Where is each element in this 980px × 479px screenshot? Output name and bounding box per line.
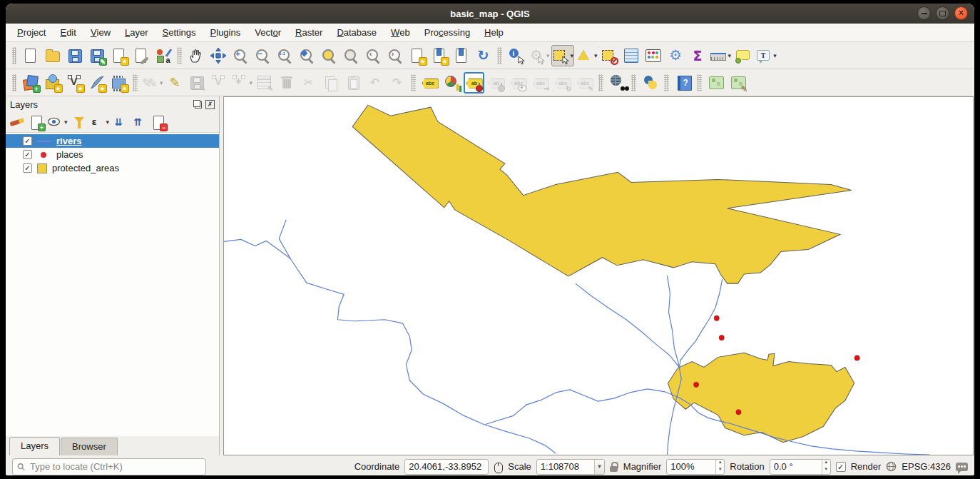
select-by-expression-button[interactable]: ▾	[576, 45, 598, 66]
new-spatialite-layer-button[interactable]: ★	[86, 72, 107, 94]
green-map-plugin-button[interactable]	[705, 72, 726, 94]
menu-settings[interactable]: Settings	[155, 24, 203, 41]
tab-layers[interactable]: Layers	[9, 437, 60, 455]
maximize-button[interactable]	[936, 6, 949, 20]
zoom-next-button[interactable]: ›	[384, 45, 405, 66]
dropdown-arrow-icon[interactable]: ▾	[773, 52, 777, 59]
layer-item-rivers[interactable]: ✓rivers	[6, 134, 219, 148]
rotation-input[interactable]	[770, 461, 822, 472]
layer-diagram-options-button[interactable]	[441, 72, 462, 94]
scale-dropdown-icon[interactable]: ▼	[594, 460, 604, 474]
cut-features-button[interactable]: ✂	[298, 72, 319, 94]
magnifier-spin-buttons[interactable]: ▲▼	[715, 460, 724, 474]
vertex-tool-button[interactable]: ⌖▾	[231, 72, 253, 94]
open-project-button[interactable]	[42, 45, 63, 66]
rotation-spin-buttons[interactable]: ▲▼	[822, 460, 830, 474]
menu-database[interactable]: Database	[330, 24, 384, 41]
save-project-button[interactable]	[64, 45, 85, 66]
minimize-button[interactable]	[917, 6, 931, 20]
layer-checkbox-protected_areas[interactable]: ✓	[23, 163, 32, 173]
deselect-features-button[interactable]	[599, 45, 620, 66]
dropdown-arrow-icon[interactable]: ▾	[106, 119, 110, 126]
undo-button[interactable]: ↶	[364, 72, 385, 94]
locate-search[interactable]	[12, 458, 206, 475]
magnifier-input[interactable]	[667, 461, 715, 472]
identify-features-button[interactable]: i	[506, 45, 526, 66]
lock-scale-icon[interactable]	[610, 462, 618, 472]
python-console-button[interactable]	[640, 72, 660, 94]
select-features-button[interactable]: ▾	[551, 45, 575, 66]
map-tips-button[interactable]	[733, 45, 753, 66]
filter-legend-button[interactable]	[70, 114, 87, 131]
metasearch-catalog-button[interactable]	[607, 72, 628, 94]
rotate-label-button[interactable]: abc↻	[552, 72, 573, 94]
filter-by-expression-button[interactable]: ε▾	[89, 114, 110, 131]
statistical-summary-button[interactable]: Σ	[688, 45, 708, 66]
show-spatial-bookmarks-button[interactable]: ★	[429, 45, 449, 66]
new-geopackage-layer-button[interactable]: ★	[42, 72, 63, 94]
add-feature-button[interactable]: V	[209, 72, 230, 94]
dropdown-arrow-icon[interactable]: ▾	[64, 119, 68, 126]
show-layout-manager-button[interactable]	[131, 45, 151, 66]
rotation-spinbox[interactable]: ▲▼	[770, 459, 831, 475]
pan-to-selection-button[interactable]	[208, 45, 228, 66]
crs-status[interactable]: EPSG:4326	[902, 461, 951, 472]
show-bookmark-manager-button[interactable]	[451, 45, 471, 66]
pin-unpin-labels-button[interactable]: ab	[464, 72, 484, 94]
change-label-button[interactable]: abc✎	[574, 72, 595, 94]
menu-raster[interactable]: Raster	[288, 24, 330, 41]
title-bar[interactable]: basic_map - QGIS ×	[6, 4, 974, 24]
new-project-button[interactable]	[20, 45, 41, 66]
modify-attributes-button[interactable]: ✎	[254, 72, 275, 94]
scale-input[interactable]	[537, 461, 594, 472]
delete-selected-button[interactable]	[276, 72, 297, 94]
show-hide-labels-button[interactable]: abc	[508, 72, 529, 94]
mouse-position-toggle-icon[interactable]	[494, 461, 503, 473]
dropdown-arrow-icon[interactable]: ▾	[250, 79, 253, 86]
field-calculator-button[interactable]	[643, 45, 664, 66]
menu-plugins[interactable]: Plugins	[203, 24, 248, 41]
new-print-layout-button[interactable]: ★	[108, 45, 129, 66]
open-data-source-manager-button[interactable]: +	[20, 72, 41, 94]
coordinate-input[interactable]	[405, 461, 488, 472]
layer-labeling-options-button[interactable]: abc	[419, 72, 440, 94]
new-spatial-bookmark-button[interactable]: ★	[407, 45, 427, 66]
manage-map-themes-button[interactable]: ▾	[47, 114, 68, 131]
menu-view[interactable]: View	[83, 24, 118, 41]
highlight-pinned-labels-button[interactable]: ab	[486, 72, 506, 94]
open-attribute-table-button[interactable]	[621, 45, 642, 66]
expand-all-button[interactable]: ⇊	[111, 114, 128, 131]
dropdown-arrow-icon[interactable]: ▾	[546, 52, 550, 59]
open-layer-styling-button[interactable]	[9, 114, 26, 131]
zoom-full-button[interactable]	[296, 45, 317, 66]
zoom-to-selection-button[interactable]	[318, 45, 339, 66]
map-sketch-plugin-button[interactable]: ✎	[728, 72, 748, 94]
collapse-all-button[interactable]: ⇈	[131, 114, 148, 131]
add-group-button[interactable]: +	[28, 114, 45, 131]
close-button[interactable]: ×	[954, 6, 968, 20]
dropdown-arrow-icon[interactable]: ▾	[728, 52, 732, 59]
menu-vector[interactable]: Vector	[247, 24, 288, 41]
remove-layer-button[interactable]: −	[150, 114, 167, 131]
new-virtual-layer-button[interactable]: ★	[108, 72, 129, 94]
menu-help[interactable]: Help	[477, 24, 511, 41]
zoom-native-button[interactable]: 1:1	[274, 45, 295, 66]
pan-map-button[interactable]	[185, 45, 206, 66]
menu-web[interactable]: Web	[384, 24, 417, 41]
zoom-last-button[interactable]: ‹	[362, 45, 383, 66]
dropdown-arrow-icon[interactable]: ▾	[594, 52, 598, 59]
style-manager-button[interactable]: a	[153, 45, 173, 66]
magnifier-spinbox[interactable]: ▲▼	[666, 459, 725, 475]
processing-toolbox-button[interactable]: ⚙	[665, 45, 686, 66]
menu-processing[interactable]: Processing	[417, 24, 477, 41]
redo-button[interactable]: ↷	[387, 72, 407, 94]
zoom-in-button[interactable]: +	[230, 45, 250, 66]
menu-edit[interactable]: Edit	[53, 24, 83, 41]
save-project-as-button[interactable]: ✎	[86, 45, 107, 66]
map-canvas[interactable]	[223, 96, 974, 455]
menu-layer[interactable]: Layer	[118, 24, 155, 41]
layer-item-protected_areas[interactable]: ✓protected_areas	[6, 161, 219, 175]
layer-checkbox-rivers[interactable]: ✓	[23, 136, 32, 146]
log-messages-icon[interactable]	[956, 463, 968, 471]
scale-combobox[interactable]: ▼	[536, 459, 605, 475]
